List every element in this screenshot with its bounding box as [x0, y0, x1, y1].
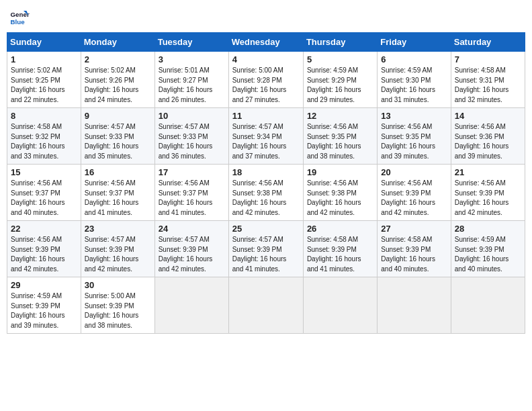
day-info: Sunrise: 5:01 AM Sunset: 9:27 PM Dayligh…: [159, 66, 225, 105]
day-info: Sunrise: 4:58 AM Sunset: 9:39 PM Dayligh…: [307, 235, 373, 274]
day-info: Sunrise: 4:56 AM Sunset: 9:39 PM Dayligh…: [455, 179, 521, 218]
day-info: Sunrise: 4:57 AM Sunset: 9:39 PM Dayligh…: [232, 235, 300, 274]
day-number: 10: [159, 111, 225, 121]
table-row: 2Sunrise: 5:02 AM Sunset: 9:26 PM Daylig…: [81, 52, 154, 108]
day-number: 19: [307, 167, 373, 177]
table-row: 18Sunrise: 4:56 AM Sunset: 9:38 PM Dayli…: [228, 165, 303, 221]
table-row: 11Sunrise: 4:57 AM Sunset: 9:34 PM Dayli…: [228, 108, 303, 165]
table-row: 10Sunrise: 4:57 AM Sunset: 9:33 PM Dayli…: [154, 108, 228, 165]
calendar-week-row: 15Sunrise: 4:56 AM Sunset: 9:37 PM Dayli…: [7, 165, 525, 221]
logo-icon: General Blue: [9, 7, 30, 27]
day-info: Sunrise: 4:57 AM Sunset: 9:34 PM Dayligh…: [232, 122, 300, 161]
day-number: 11: [232, 111, 300, 121]
day-info: Sunrise: 4:57 AM Sunset: 9:39 PM Dayligh…: [85, 235, 151, 274]
calendar-week-row: 1Sunrise: 5:02 AM Sunset: 9:25 PM Daylig…: [7, 52, 525, 108]
day-number: 12: [307, 111, 373, 121]
day-info: Sunrise: 4:57 AM Sunset: 9:33 PM Dayligh…: [85, 122, 151, 161]
day-info: Sunrise: 4:58 AM Sunset: 9:39 PM Dayligh…: [381, 235, 447, 274]
table-row: 28Sunrise: 4:59 AM Sunset: 9:39 PM Dayli…: [451, 221, 525, 277]
col-thursday: Thursday: [303, 33, 377, 52]
day-info: Sunrise: 5:02 AM Sunset: 9:25 PM Dayligh…: [11, 66, 77, 105]
table-row: 27Sunrise: 4:58 AM Sunset: 9:39 PM Dayli…: [378, 221, 451, 277]
calendar-week-row: 29Sunrise: 4:59 AM Sunset: 9:39 PM Dayli…: [7, 277, 525, 334]
table-row: 20Sunrise: 4:56 AM Sunset: 9:39 PM Dayli…: [378, 165, 451, 221]
day-info: Sunrise: 4:59 AM Sunset: 9:30 PM Dayligh…: [381, 66, 447, 105]
day-number: 1: [11, 54, 77, 64]
table-row: 1Sunrise: 5:02 AM Sunset: 9:25 PM Daylig…: [7, 52, 81, 108]
day-info: Sunrise: 5:00 AM Sunset: 9:39 PM Dayligh…: [85, 291, 151, 330]
day-number: 13: [381, 111, 447, 121]
table-row: 7Sunrise: 4:58 AM Sunset: 9:31 PM Daylig…: [451, 52, 525, 108]
day-number: 30: [85, 280, 151, 290]
day-info: Sunrise: 4:56 AM Sunset: 9:37 PM Dayligh…: [159, 179, 225, 218]
table-row: [378, 277, 451, 334]
table-row: 24Sunrise: 4:57 AM Sunset: 9:39 PM Dayli…: [154, 221, 228, 277]
table-row: 30Sunrise: 5:00 AM Sunset: 9:39 PM Dayli…: [81, 277, 154, 334]
day-number: 16: [85, 167, 151, 177]
col-wednesday: Wednesday: [228, 33, 303, 52]
day-number: 6: [381, 54, 447, 64]
table-row: 12Sunrise: 4:56 AM Sunset: 9:35 PM Dayli…: [303, 108, 377, 165]
table-row: 25Sunrise: 4:57 AM Sunset: 9:39 PM Dayli…: [228, 221, 303, 277]
day-number: 21: [455, 167, 521, 177]
day-info: Sunrise: 4:58 AM Sunset: 9:31 PM Dayligh…: [455, 66, 521, 105]
day-info: Sunrise: 5:00 AM Sunset: 9:28 PM Dayligh…: [232, 66, 300, 105]
day-number: 22: [11, 224, 77, 234]
svg-text:Blue: Blue: [11, 18, 26, 26]
day-number: 9: [85, 111, 151, 121]
table-row: 15Sunrise: 4:56 AM Sunset: 9:37 PM Dayli…: [7, 165, 81, 221]
day-info: Sunrise: 4:56 AM Sunset: 9:39 PM Dayligh…: [11, 235, 77, 274]
table-row: 8Sunrise: 4:58 AM Sunset: 9:32 PM Daylig…: [7, 108, 81, 165]
day-number: 7: [455, 54, 521, 64]
day-number: 3: [159, 54, 225, 64]
table-row: 4Sunrise: 5:00 AM Sunset: 9:28 PM Daylig…: [228, 52, 303, 108]
table-row: 19Sunrise: 4:56 AM Sunset: 9:38 PM Dayli…: [303, 165, 377, 221]
table-row: 29Sunrise: 4:59 AM Sunset: 9:39 PM Dayli…: [7, 277, 81, 334]
day-info: Sunrise: 4:56 AM Sunset: 9:35 PM Dayligh…: [307, 122, 373, 161]
day-number: 24: [159, 224, 225, 234]
day-info: Sunrise: 4:56 AM Sunset: 9:36 PM Dayligh…: [455, 122, 521, 161]
calendar-header-row: Sunday Monday Tuesday Wednesday Thursday…: [7, 33, 525, 52]
day-info: Sunrise: 5:02 AM Sunset: 9:26 PM Dayligh…: [85, 66, 151, 105]
day-number: 23: [85, 224, 151, 234]
table-row: 14Sunrise: 4:56 AM Sunset: 9:36 PM Dayli…: [451, 108, 525, 165]
logo: General Blue: [9, 7, 32, 27]
day-number: 17: [159, 167, 225, 177]
calendar-week-row: 22Sunrise: 4:56 AM Sunset: 9:39 PM Dayli…: [7, 221, 525, 277]
day-number: 29: [11, 280, 77, 290]
table-row: [303, 277, 377, 334]
day-info: Sunrise: 4:59 AM Sunset: 9:29 PM Dayligh…: [307, 66, 373, 105]
table-row: [228, 277, 303, 334]
col-sunday: Sunday: [7, 33, 81, 52]
table-row: 13Sunrise: 4:56 AM Sunset: 9:35 PM Dayli…: [378, 108, 451, 165]
day-number: 5: [307, 54, 373, 64]
day-info: Sunrise: 4:59 AM Sunset: 9:39 PM Dayligh…: [11, 291, 77, 330]
table-row: 22Sunrise: 4:56 AM Sunset: 9:39 PM Dayli…: [7, 221, 81, 277]
day-info: Sunrise: 4:56 AM Sunset: 9:37 PM Dayligh…: [11, 179, 77, 218]
day-info: Sunrise: 4:57 AM Sunset: 9:39 PM Dayligh…: [159, 235, 225, 274]
calendar-week-row: 8Sunrise: 4:58 AM Sunset: 9:32 PM Daylig…: [7, 108, 525, 165]
table-row: 17Sunrise: 4:56 AM Sunset: 9:37 PM Dayli…: [154, 165, 228, 221]
table-row: 21Sunrise: 4:56 AM Sunset: 9:39 PM Dayli…: [451, 165, 525, 221]
day-info: Sunrise: 4:58 AM Sunset: 9:32 PM Dayligh…: [11, 122, 77, 161]
day-info: Sunrise: 4:56 AM Sunset: 9:38 PM Dayligh…: [232, 179, 300, 218]
day-number: 20: [381, 167, 447, 177]
day-info: Sunrise: 4:56 AM Sunset: 9:38 PM Dayligh…: [307, 179, 373, 218]
table-row: 16Sunrise: 4:56 AM Sunset: 9:37 PM Dayli…: [81, 165, 154, 221]
calendar-table: Sunday Monday Tuesday Wednesday Thursday…: [7, 32, 525, 334]
table-row: 9Sunrise: 4:57 AM Sunset: 9:33 PM Daylig…: [81, 108, 154, 165]
day-number: 4: [232, 54, 300, 64]
day-number: 15: [11, 167, 77, 177]
day-info: Sunrise: 4:56 AM Sunset: 9:37 PM Dayligh…: [85, 179, 151, 218]
table-row: 26Sunrise: 4:58 AM Sunset: 9:39 PM Dayli…: [303, 221, 377, 277]
day-number: 26: [307, 224, 373, 234]
col-tuesday: Tuesday: [154, 33, 228, 52]
day-info: Sunrise: 4:56 AM Sunset: 9:35 PM Dayligh…: [381, 122, 447, 161]
table-row: 23Sunrise: 4:57 AM Sunset: 9:39 PM Dayli…: [81, 221, 154, 277]
page-header: General Blue: [7, 7, 525, 27]
table-row: 3Sunrise: 5:01 AM Sunset: 9:27 PM Daylig…: [154, 52, 228, 108]
table-row: [451, 277, 525, 334]
day-number: 8: [11, 111, 77, 121]
table-row: [154, 277, 228, 334]
day-number: 27: [381, 224, 447, 234]
